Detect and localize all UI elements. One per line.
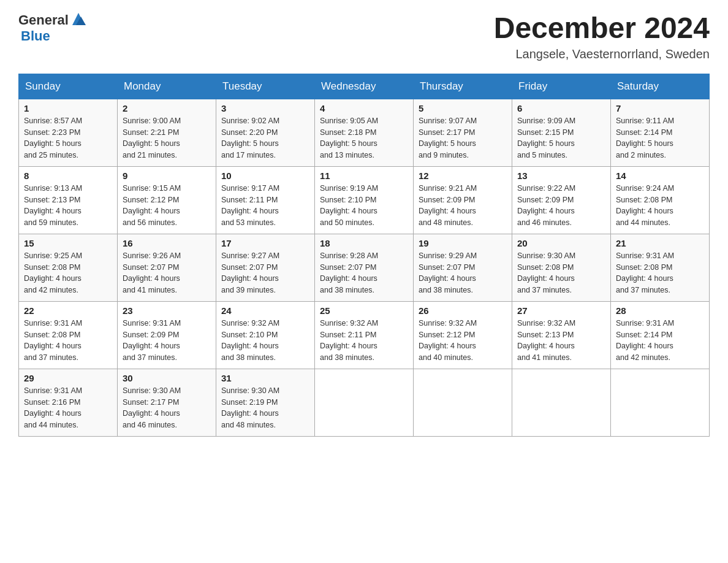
day-info: Sunrise: 9:05 AMSunset: 2:18 PMDaylight:… — [320, 115, 408, 161]
day-number: 8 — [24, 170, 112, 181]
calendar-cell: 17Sunrise: 9:27 AMSunset: 2:07 PMDayligh… — [216, 234, 315, 301]
page-header: General Blue December 2024 Langsele, Vae… — [18, 12, 710, 61]
day-number: 14 — [616, 170, 704, 181]
day-number: 10 — [221, 170, 309, 181]
title-block: December 2024 Langsele, Vaesternorrland,… — [494, 12, 710, 61]
calendar-cell: 12Sunrise: 9:21 AMSunset: 2:09 PMDayligh… — [414, 166, 512, 234]
day-number: 24 — [221, 305, 309, 316]
calendar-header-row: SundayMondayTuesdayWednesdayThursdayFrid… — [19, 74, 710, 99]
day-number: 4 — [320, 103, 408, 113]
day-info: Sunrise: 9:32 AMSunset: 2:13 PMDaylight:… — [517, 318, 605, 364]
day-info: Sunrise: 9:02 AMSunset: 2:20 PMDaylight:… — [221, 115, 309, 161]
day-number: 17 — [221, 238, 309, 248]
calendar-cell: 6Sunrise: 9:09 AMSunset: 2:15 PMDaylight… — [512, 99, 611, 166]
calendar-cell: 18Sunrise: 9:28 AMSunset: 2:07 PMDayligh… — [315, 234, 414, 301]
calendar-cell: 13Sunrise: 9:22 AMSunset: 2:09 PMDayligh… — [512, 166, 611, 234]
day-number: 29 — [24, 373, 112, 383]
calendar-cell: 27Sunrise: 9:32 AMSunset: 2:13 PMDayligh… — [512, 301, 611, 369]
col-header-wednesday: Wednesday — [315, 74, 414, 99]
day-info: Sunrise: 8:57 AMSunset: 2:23 PMDaylight:… — [24, 115, 112, 161]
day-info: Sunrise: 9:30 AMSunset: 2:17 PMDaylight:… — [123, 385, 211, 431]
day-info: Sunrise: 9:11 AMSunset: 2:14 PMDaylight:… — [616, 115, 704, 161]
calendar-cell: 1Sunrise: 8:57 AMSunset: 2:23 PMDaylight… — [19, 99, 118, 166]
logo-general-text: General — [18, 12, 69, 28]
day-info: Sunrise: 9:15 AMSunset: 2:12 PMDaylight:… — [123, 183, 211, 229]
calendar-cell: 7Sunrise: 9:11 AMSunset: 2:14 PMDaylight… — [611, 99, 710, 166]
week-row-3: 15Sunrise: 9:25 AMSunset: 2:08 PMDayligh… — [19, 234, 710, 301]
week-row-5: 29Sunrise: 9:31 AMSunset: 2:16 PMDayligh… — [19, 369, 710, 436]
location-title: Langsele, Vaesternorrland, Sweden — [494, 47, 710, 61]
day-number: 1 — [24, 103, 112, 113]
day-number: 30 — [123, 373, 211, 383]
day-number: 3 — [221, 103, 309, 113]
day-number: 18 — [320, 238, 408, 248]
calendar-cell — [414, 369, 512, 436]
calendar-cell: 29Sunrise: 9:31 AMSunset: 2:16 PMDayligh… — [19, 369, 118, 436]
calendar-cell: 8Sunrise: 9:13 AMSunset: 2:13 PMDaylight… — [19, 166, 118, 234]
day-number: 21 — [616, 238, 704, 248]
day-info: Sunrise: 9:32 AMSunset: 2:12 PMDaylight:… — [419, 318, 507, 364]
day-number: 16 — [123, 238, 211, 248]
calendar-cell: 9Sunrise: 9:15 AMSunset: 2:12 PMDaylight… — [118, 166, 216, 234]
day-number: 27 — [517, 305, 605, 316]
calendar-cell: 14Sunrise: 9:24 AMSunset: 2:08 PMDayligh… — [611, 166, 710, 234]
calendar-table: SundayMondayTuesdayWednesdayThursdayFrid… — [18, 74, 710, 437]
calendar-cell: 20Sunrise: 9:30 AMSunset: 2:08 PMDayligh… — [512, 234, 611, 301]
calendar-cell: 3Sunrise: 9:02 AMSunset: 2:20 PMDaylight… — [216, 99, 315, 166]
calendar-cell — [315, 369, 414, 436]
day-info: Sunrise: 9:25 AMSunset: 2:08 PMDaylight:… — [24, 250, 112, 296]
day-info: Sunrise: 9:19 AMSunset: 2:10 PMDaylight:… — [320, 183, 408, 229]
week-row-2: 8Sunrise: 9:13 AMSunset: 2:13 PMDaylight… — [19, 166, 710, 234]
calendar-cell: 21Sunrise: 9:31 AMSunset: 2:08 PMDayligh… — [611, 234, 710, 301]
day-info: Sunrise: 9:32 AMSunset: 2:11 PMDaylight:… — [320, 318, 408, 364]
logo-icon — [70, 10, 87, 28]
day-info: Sunrise: 9:31 AMSunset: 2:16 PMDaylight:… — [24, 385, 112, 431]
day-number: 13 — [517, 170, 605, 181]
calendar-cell: 26Sunrise: 9:32 AMSunset: 2:12 PMDayligh… — [414, 301, 512, 369]
calendar-cell: 16Sunrise: 9:26 AMSunset: 2:07 PMDayligh… — [118, 234, 216, 301]
calendar-cell: 28Sunrise: 9:31 AMSunset: 2:14 PMDayligh… — [611, 301, 710, 369]
day-info: Sunrise: 9:31 AMSunset: 2:08 PMDaylight:… — [616, 250, 704, 296]
day-number: 15 — [24, 238, 112, 248]
calendar-cell: 25Sunrise: 9:32 AMSunset: 2:11 PMDayligh… — [315, 301, 414, 369]
week-row-4: 22Sunrise: 9:31 AMSunset: 2:08 PMDayligh… — [19, 301, 710, 369]
day-info: Sunrise: 9:32 AMSunset: 2:10 PMDaylight:… — [221, 318, 309, 364]
day-info: Sunrise: 9:29 AMSunset: 2:07 PMDaylight:… — [419, 250, 507, 296]
logo-blue-text: Blue — [21, 28, 50, 44]
day-number: 2 — [123, 103, 211, 113]
col-header-sunday: Sunday — [19, 74, 118, 99]
day-info: Sunrise: 9:26 AMSunset: 2:07 PMDaylight:… — [123, 250, 211, 296]
day-info: Sunrise: 9:30 AMSunset: 2:19 PMDaylight:… — [221, 385, 309, 431]
day-number: 25 — [320, 305, 408, 316]
calendar-cell — [512, 369, 611, 436]
calendar-cell: 23Sunrise: 9:31 AMSunset: 2:09 PMDayligh… — [118, 301, 216, 369]
day-number: 12 — [419, 170, 507, 181]
day-number: 11 — [320, 170, 408, 181]
calendar-cell: 5Sunrise: 9:07 AMSunset: 2:17 PMDaylight… — [414, 99, 512, 166]
day-info: Sunrise: 9:31 AMSunset: 2:08 PMDaylight:… — [24, 318, 112, 364]
calendar-cell: 11Sunrise: 9:19 AMSunset: 2:10 PMDayligh… — [315, 166, 414, 234]
day-info: Sunrise: 9:07 AMSunset: 2:17 PMDaylight:… — [419, 115, 507, 161]
col-header-monday: Monday — [118, 74, 216, 99]
day-info: Sunrise: 9:17 AMSunset: 2:11 PMDaylight:… — [221, 183, 309, 229]
day-info: Sunrise: 9:31 AMSunset: 2:14 PMDaylight:… — [616, 318, 704, 364]
calendar-cell: 31Sunrise: 9:30 AMSunset: 2:19 PMDayligh… — [216, 369, 315, 436]
calendar-cell: 10Sunrise: 9:17 AMSunset: 2:11 PMDayligh… — [216, 166, 315, 234]
col-header-saturday: Saturday — [611, 74, 710, 99]
day-info: Sunrise: 9:28 AMSunset: 2:07 PMDaylight:… — [320, 250, 408, 296]
day-number: 22 — [24, 305, 112, 316]
calendar-cell: 19Sunrise: 9:29 AMSunset: 2:07 PMDayligh… — [414, 234, 512, 301]
logo: General Blue — [18, 12, 87, 44]
day-number: 7 — [616, 103, 704, 113]
day-number: 28 — [616, 305, 704, 316]
calendar-cell: 2Sunrise: 9:00 AMSunset: 2:21 PMDaylight… — [118, 99, 216, 166]
day-number: 5 — [419, 103, 507, 113]
col-header-tuesday: Tuesday — [216, 74, 315, 99]
day-info: Sunrise: 9:09 AMSunset: 2:15 PMDaylight:… — [517, 115, 605, 161]
day-info: Sunrise: 9:27 AMSunset: 2:07 PMDaylight:… — [221, 250, 309, 296]
day-number: 26 — [419, 305, 507, 316]
day-number: 6 — [517, 103, 605, 113]
calendar-cell: 15Sunrise: 9:25 AMSunset: 2:08 PMDayligh… — [19, 234, 118, 301]
month-title: December 2024 — [494, 12, 710, 45]
day-number: 31 — [221, 373, 309, 383]
